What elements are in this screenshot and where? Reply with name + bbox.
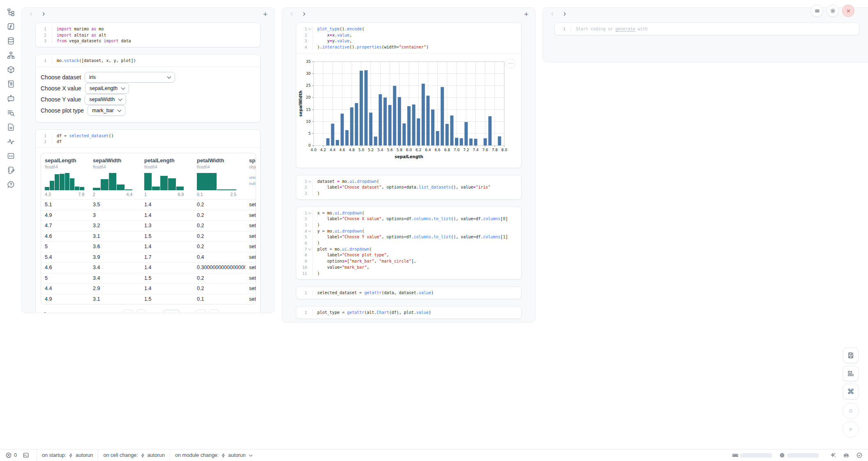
- plot-type-select[interactable]: mark_bar: [88, 105, 125, 116]
- shortcuts-button[interactable]: ⌘: [843, 384, 859, 399]
- code-line[interactable]: 1 Start coding or generate with: [555, 26, 859, 32]
- code-line[interactable]: 2import altair as alt: [36, 32, 260, 38]
- code-editor[interactable]: 1df = selected_dataset()2df: [36, 130, 260, 148]
- package-icon[interactable]: [6, 65, 15, 74]
- bar[interactable]: [441, 87, 444, 145]
- panel-prev-icon[interactable]: [28, 11, 34, 17]
- bar[interactable]: [350, 107, 353, 145]
- code-line[interactable]: 1plot_type().encode(: [296, 26, 521, 32]
- activity-icon[interactable]: [6, 137, 15, 146]
- bar[interactable]: [460, 138, 463, 145]
- next-page-button[interactable]: ›: [196, 309, 206, 313]
- code-line[interactable]: 1import marimo as mo: [36, 26, 260, 32]
- close-button[interactable]: [842, 5, 854, 17]
- hierarchy-icon[interactable]: [6, 51, 15, 60]
- add-cell-button[interactable]: +: [263, 10, 268, 18]
- code-line[interactable]: 2 x=x.value,: [296, 32, 521, 38]
- bar[interactable]: [379, 94, 382, 145]
- code-line[interactable]: 1mo.vstack([dataset, x, y, plot]): [36, 58, 260, 64]
- code-line[interactable]: 1x = mo.ui.dropdown(: [296, 210, 521, 216]
- bar[interactable]: [369, 113, 372, 145]
- bar[interactable]: [498, 136, 501, 145]
- check-circle-icon[interactable]: [856, 452, 863, 459]
- code-editor[interactable]: 1import marimo as mo2import altair as al…: [36, 23, 260, 47]
- y-value-select[interactable]: sepalWidth: [85, 94, 126, 105]
- search-icon[interactable]: [42, 311, 48, 313]
- column-header-petalLength[interactable]: petalLengthfloat6416.9: [141, 157, 193, 197]
- bar[interactable]: [355, 103, 358, 145]
- on-module-change-setting[interactable]: on module change: autorun: [175, 452, 252, 458]
- layout-button[interactable]: [843, 366, 859, 381]
- bar[interactable]: [446, 124, 449, 145]
- bar[interactable]: [383, 97, 387, 145]
- code-line[interactable]: 6): [296, 240, 521, 246]
- bar[interactable]: [450, 115, 453, 145]
- bar[interactable]: [402, 123, 406, 145]
- bar[interactable]: [464, 122, 468, 145]
- bar[interactable]: [345, 130, 349, 145]
- add-cell-button[interactable]: +: [524, 10, 529, 18]
- code-editor[interactable]: 1dataset = mo.ui.dropdown(2 label="Choos…: [296, 175, 521, 199]
- bar[interactable]: [388, 105, 392, 145]
- bar[interactable]: [474, 138, 477, 145]
- code-line[interactable]: 9 options=["mark_bar", "mark_circle"],: [296, 258, 521, 264]
- run-button[interactable]: [843, 421, 859, 438]
- bar[interactable]: [422, 83, 425, 145]
- panel-next-icon[interactable]: [41, 11, 46, 17]
- code-line[interactable]: 2df: [36, 138, 260, 145]
- bar[interactable]: [426, 96, 429, 145]
- bar[interactable]: [412, 104, 416, 145]
- function-icon[interactable]: [6, 22, 15, 31]
- column-header-petalWidth[interactable]: petalWidthfloat640.12.5: [193, 157, 245, 197]
- database-icon[interactable]: [6, 36, 15, 45]
- bar[interactable]: [484, 138, 487, 145]
- code-editor[interactable]: 1plot_type = getattr(alt.Chart(df), plot…: [296, 307, 521, 318]
- code-editor[interactable]: 1 Start coding or generate with: [555, 23, 859, 35]
- panel-prev-icon[interactable]: [289, 11, 295, 17]
- code-snippet-icon[interactable]: [6, 151, 15, 160]
- scratchpad-icon[interactable]: [6, 166, 15, 175]
- logs-search-icon[interactable]: [6, 108, 15, 117]
- bar[interactable]: [398, 97, 401, 145]
- fold-icon[interactable]: [307, 212, 312, 214]
- code-editor[interactable]: 1plot_type().encode(2 x=x.value,3 y=y.va…: [296, 23, 521, 53]
- code-line[interactable]: 4y = mo.ui.dropdown(: [296, 228, 521, 234]
- last-page-button[interactable]: »: [209, 309, 219, 313]
- fold-icon[interactable]: [307, 249, 312, 250]
- help-icon[interactable]: [6, 180, 15, 189]
- bar[interactable]: [455, 138, 458, 145]
- code-line[interactable]: 3): [296, 222, 521, 228]
- panel-next-icon[interactable]: [562, 11, 568, 17]
- column-header-species[interactable]: speciesobjectuniquenulls:: [245, 157, 256, 197]
- bar[interactable]: [326, 138, 330, 145]
- code-line[interactable]: 1selected_dataset = getattr(data, datase…: [296, 290, 521, 296]
- chart-menu-icon[interactable]: ⋯: [505, 58, 515, 69]
- fold-icon[interactable]: [307, 28, 312, 30]
- bar[interactable]: [336, 140, 339, 145]
- code-line[interactable]: 4).interactive().properties(width="conta…: [296, 44, 521, 50]
- code-line[interactable]: 2 label="Choose X value", options=df.col…: [296, 216, 521, 222]
- bar[interactable]: [341, 113, 344, 145]
- save-button[interactable]: [843, 348, 859, 363]
- bar[interactable]: [365, 70, 368, 145]
- fold-icon[interactable]: [307, 181, 312, 182]
- fold-icon[interactable]: [307, 230, 312, 232]
- first-page-button[interactable]: «: [123, 309, 133, 313]
- menu-button[interactable]: [811, 5, 823, 17]
- code-editor[interactable]: 1mo.vstack([dataset, x, y, plot]): [36, 55, 260, 67]
- code-editor[interactable]: 1x = mo.ui.dropdown(2 label="Choose X va…: [296, 207, 521, 279]
- code-line[interactable]: 10 value="mark_bar",: [296, 264, 521, 270]
- dataset-select[interactable]: iris: [85, 72, 175, 83]
- bar[interactable]: [393, 86, 396, 145]
- code-line[interactable]: 3): [296, 190, 521, 196]
- code-line[interactable]: 1plot_type = getattr(alt.Chart(df), plot…: [296, 309, 521, 316]
- code-line[interactable]: 3from vega_datasets import data: [36, 38, 260, 44]
- code-line[interactable]: 1dataset = mo.ui.dropdown(: [296, 178, 521, 184]
- bar[interactable]: [431, 109, 434, 145]
- download-button[interactable]: Download: [225, 312, 254, 313]
- code-line[interactable]: 11): [296, 270, 521, 277]
- sparkles-icon[interactable]: [830, 452, 836, 459]
- bar[interactable]: [331, 124, 334, 145]
- bar[interactable]: [488, 116, 492, 145]
- page-select[interactable]: 1: [164, 310, 179, 313]
